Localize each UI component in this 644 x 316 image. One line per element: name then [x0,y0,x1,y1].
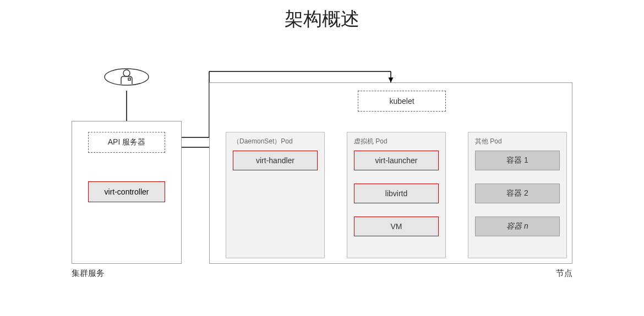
container-n-box: 容器 n [475,217,560,236]
vm-pod-title: 虚拟机 Pod [354,137,439,146]
daemonset-pod-title: （DaemonSet）Pod [233,137,318,146]
vm-pod-box: 虚拟机 Pod virt-launcher libvirtd VM [347,132,446,258]
virt-launcher-box: virt-launcher [354,151,439,170]
api-server-box: API 服务器 [88,132,165,153]
svg-rect-2 [128,78,130,80]
kubelet-box: kubelet [358,91,446,112]
svg-point-0 [105,69,149,85]
user-icon [102,63,151,91]
diagram-title: 架构概述 [0,0,644,32]
cluster-label: 集群服务 [72,268,105,279]
architecture-diagram: 集群服务 API 服务器 virt-controller 节点 kubelet … [72,49,572,286]
virt-controller-box: virt-controller [88,181,165,202]
other-pod-title: 其他 Pod [475,137,560,146]
vm-box: VM [354,217,439,236]
libvirtd-box: libvirtd [354,184,439,203]
node-label: 节点 [556,268,572,279]
container-2-box: 容器 2 [475,184,560,203]
other-pod-box: 其他 Pod 容器 1 容器 2 容器 n [468,132,567,258]
virt-handler-box: virt-handler [233,151,318,170]
container-1-box: 容器 1 [475,151,560,170]
svg-point-1 [123,70,130,76]
daemonset-pod-box: （DaemonSet）Pod virt-handler [226,132,325,258]
